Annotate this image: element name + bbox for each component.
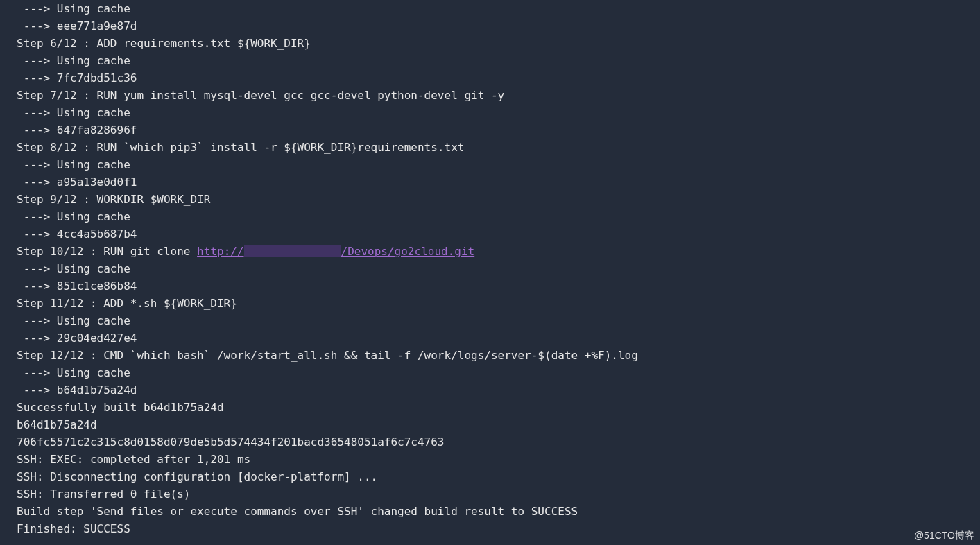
console-line: Step 12/12 : CMD `which bash` /work/star…	[17, 347, 980, 364]
console-line: SSH: EXEC: completed after 1,201 ms	[17, 451, 980, 468]
console-line: Step 6/12 : ADD requirements.txt ${WORK_…	[17, 35, 980, 52]
console-line: ---> eee771a9e87d	[17, 17, 980, 35]
git-clone-url-link[interactable]: http:///Devops/go2cloud.git	[197, 245, 474, 258]
console-line: SSH: Disconnecting configuration [docker…	[17, 468, 980, 485]
console-line: ---> 7fc7dbd51c36	[17, 69, 980, 87]
console-line: ---> 4cc4a5b687b4	[17, 225, 980, 243]
console-line: Step 9/12 : WORKDIR $WORK_DIR	[17, 191, 980, 208]
console-line: SSH: Transferred 0 file(s)	[17, 485, 980, 503]
console-line: ---> Using cache	[17, 312, 980, 329]
console-line: ---> Using cache	[17, 260, 980, 277]
console-line: ---> b64d1b75a24d	[17, 381, 980, 399]
console-line: Build step 'Send files or execute comman…	[17, 503, 980, 520]
build-console-output: ---> Using cache ---> eee771a9e87dStep 6…	[0, 0, 980, 537]
console-line: 706fc5571c2c315c8d0158d079de5b5d574434f2…	[17, 433, 980, 451]
console-line: ---> 29c04ed427e4	[17, 329, 980, 347]
redacted-host	[244, 245, 341, 257]
console-line: ---> a95a13e0d0f1	[17, 173, 980, 191]
console-line: Successfully built b64d1b75a24d	[17, 399, 980, 416]
console-line: Step 11/12 : ADD *.sh ${WORK_DIR}	[17, 295, 980, 312]
console-line: Step 8/12 : RUN `which pip3` install -r …	[17, 139, 980, 156]
console-line: ---> Using cache	[17, 364, 980, 381]
console-line: Step 10/12 : RUN git clone http:///Devop…	[17, 243, 980, 260]
console-line: ---> Using cache	[17, 208, 980, 225]
console-line: Step 7/12 : RUN yum install mysql-devel …	[17, 87, 980, 104]
console-line: ---> Using cache	[17, 156, 980, 173]
console-line: ---> Using cache	[17, 52, 980, 69]
watermark-label: @51CTO博客	[914, 530, 974, 542]
console-line: b64d1b75a24d	[17, 416, 980, 433]
console-line: ---> Using cache	[17, 104, 980, 121]
console-line: ---> 851c1ce86b84	[17, 277, 980, 295]
console-line: ---> Using cache	[17, 0, 980, 17]
console-line: ---> 647fa828696f	[17, 121, 980, 139]
console-line: Finished: SUCCESS	[17, 520, 980, 537]
